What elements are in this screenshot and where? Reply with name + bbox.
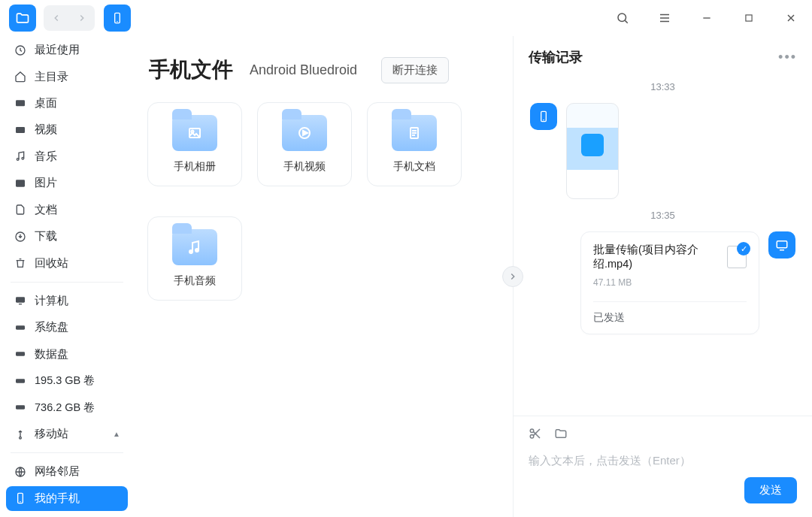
sidebar-label: 最近使用 (35, 43, 80, 57)
sent-file-card[interactable]: 批量传输(项目内容介绍.mp4) ✓ 47.11 MB 已发送 (580, 231, 759, 334)
sidebar-separator (11, 282, 123, 283)
sidebar-item-vol1[interactable]: 195.3 GB 卷 (6, 368, 128, 393)
sidebar-label: 系统盘 (35, 320, 68, 334)
sidebar-label: 桌面 (35, 96, 57, 110)
sidebar-item-recent[interactable]: 最近使用 (6, 38, 128, 62)
close-button[interactable] (779, 6, 803, 30)
svg-point-15 (22, 158, 24, 160)
svg-rect-16 (16, 180, 25, 186)
video-icon (14, 123, 27, 137)
disconnect-button[interactable]: 断开连接 (381, 57, 449, 83)
file-name: 批量传输(项目内容介绍.mp4) (593, 243, 720, 271)
sidebar-item-datadisk[interactable]: 数据盘 (6, 342, 128, 367)
timestamp: 13:35 (530, 210, 795, 221)
home-icon (14, 70, 27, 83)
music-icon (14, 150, 27, 163)
svg-rect-19 (19, 304, 22, 304)
file-icon: ✓ (727, 246, 747, 268)
disk-icon (14, 347, 27, 361)
compose-tools (529, 427, 797, 443)
sidebar: 最近使用 主目录 桌面 视频 音乐 图片 文档 下载 回收站 计算机 系统盘 数… (0, 36, 134, 517)
svg-point-24 (20, 437, 22, 439)
svg-point-36 (189, 250, 192, 253)
sidebar-label: 音乐 (35, 150, 57, 164)
tile-label: 手机音频 (174, 274, 216, 288)
panel-more-button[interactable]: ••• (778, 50, 797, 65)
svg-rect-18 (16, 298, 25, 303)
trash-icon (14, 256, 27, 270)
sidebar-label: 视频 (35, 122, 57, 137)
tile-videos[interactable]: 手机视频 (257, 102, 352, 186)
panel-toggle[interactable] (502, 266, 523, 287)
sidebar-label: 图片 (35, 176, 57, 190)
search-button[interactable] (611, 6, 635, 30)
svg-rect-13 (16, 127, 25, 133)
folder-doc-icon (392, 115, 437, 151)
device-chip[interactable] (104, 5, 131, 32)
sidebar-item-computer[interactable]: 计算机 (6, 289, 128, 313)
received-thumbnail[interactable] (566, 103, 619, 199)
svg-rect-8 (746, 15, 752, 21)
send-button[interactable]: 发送 (744, 477, 797, 503)
sidebar-item-doc[interactable]: 文档 (6, 198, 128, 222)
sidebar-item-video[interactable]: 视频 (6, 117, 128, 142)
file-size: 47.11 MB (593, 277, 747, 288)
globe-icon (14, 465, 27, 479)
sidebar-item-sysdisk[interactable]: 系统盘 (6, 315, 128, 340)
titlebar (0, 0, 812, 36)
svg-line-3 (625, 20, 627, 23)
svg-rect-40 (777, 241, 787, 248)
sidebar-item-removable[interactable]: 移动站▲ (6, 422, 128, 446)
disk-icon (14, 401, 27, 414)
svg-rect-12 (16, 100, 25, 106)
sidebar-item-music[interactable]: 音乐 (6, 144, 128, 169)
file-status: 已发送 (593, 301, 747, 325)
tile-label: 手机相册 (174, 160, 216, 174)
usb-icon (14, 428, 27, 441)
tile-audio[interactable]: 手机音频 (147, 216, 242, 301)
nav-forward[interactable] (69, 5, 95, 31)
maximize-button[interactable] (737, 6, 761, 30)
folder-video-icon (282, 115, 327, 151)
sidebar-label: 736.2 GB 卷 (35, 401, 95, 415)
sidebar-label: 网络邻居 (35, 464, 80, 479)
clock-icon (14, 44, 27, 57)
message-input[interactable] (529, 454, 797, 467)
sidebar-item-myphone[interactable]: 我的手机 (6, 486, 128, 511)
sidebar-label: 计算机 (35, 294, 68, 308)
svg-rect-20 (16, 325, 25, 329)
desktop-icon (14, 97, 27, 110)
sidebar-item-desktop[interactable]: 桌面 (6, 91, 128, 116)
nav-back[interactable] (44, 5, 69, 31)
tile-docs[interactable]: 手机文档 (367, 102, 462, 186)
image-icon (14, 177, 27, 190)
svg-point-37 (195, 249, 198, 252)
sidebar-item-network[interactable]: 网络邻居 (6, 459, 128, 484)
transfer-panel: 传输记录 ••• 13:33 13:35 批量传输(项目内容介绍.mp4) ✓ (513, 36, 812, 517)
sidebar-item-home[interactable]: 主目录 (6, 64, 128, 89)
sidebar-label: 文档 (35, 203, 57, 217)
folder-icon[interactable] (554, 427, 568, 443)
app-icon (9, 5, 36, 32)
monitor-icon (14, 294, 27, 307)
sidebar-item-vol2[interactable]: 736.2 GB 卷 (6, 395, 128, 419)
sidebar-separator (11, 452, 123, 453)
sidebar-label: 数据盘 (35, 347, 68, 361)
phone-icon (14, 491, 27, 505)
tile-photos[interactable]: 手机相册 (147, 102, 242, 186)
svg-rect-21 (16, 352, 25, 356)
folder-image-icon (172, 115, 217, 151)
tile-label: 手机视频 (283, 160, 326, 174)
sidebar-item-trash[interactable]: 回收站 (6, 250, 128, 275)
svg-marker-31 (303, 131, 308, 135)
chevron-up-icon: ▲ (113, 430, 120, 438)
scissors-icon[interactable] (529, 427, 542, 443)
minimize-button[interactable] (695, 6, 719, 30)
sidebar-label: 移动站 (35, 427, 68, 441)
sidebar-label: 回收站 (35, 256, 68, 271)
menu-button[interactable] (653, 6, 677, 30)
phone-avatar (530, 103, 557, 130)
sidebar-item-download[interactable]: 下载 (6, 224, 128, 249)
page-title: 手机文件 (149, 56, 233, 84)
sidebar-item-image[interactable]: 图片 (6, 171, 128, 195)
